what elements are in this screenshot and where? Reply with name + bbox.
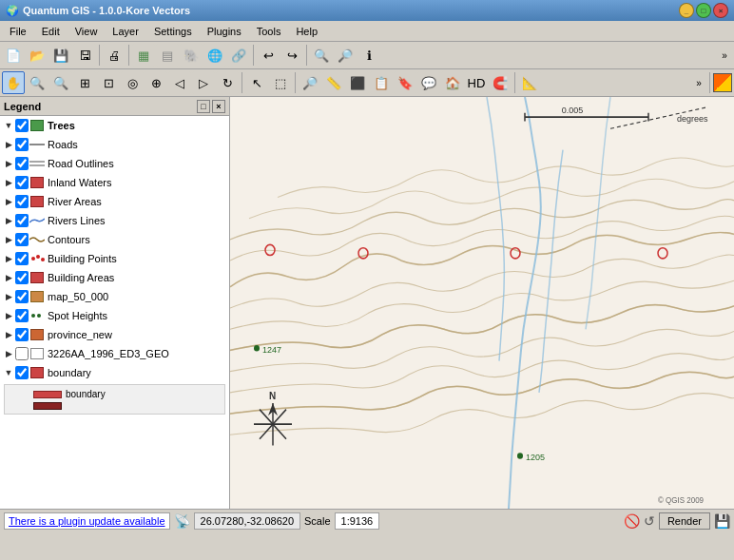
zoom-next-button[interactable]: ▷: [192, 71, 215, 94]
zoom-selection-button[interactable]: ◎: [121, 71, 144, 94]
roads-checkbox[interactable]: [15, 138, 29, 151]
zoom-in-button[interactable]: 🔍: [310, 44, 333, 67]
menu-layer[interactable]: Layer: [105, 24, 146, 39]
identify-feature-button[interactable]: 🔎: [299, 71, 321, 94]
contours-checkbox[interactable]: [15, 233, 29, 246]
menu-help[interactable]: Help: [288, 24, 325, 39]
expand-building-areas-icon[interactable]: ▶: [2, 271, 15, 284]
expand-river-areas-icon[interactable]: ▶: [2, 195, 15, 208]
maximize-button[interactable]: □: [696, 3, 711, 18]
color-picker[interactable]: [713, 73, 732, 92]
expand-ed3geo-icon[interactable]: ▶: [2, 347, 15, 360]
osm-button[interactable]: 🏠: [441, 71, 464, 94]
zoom-layer-button[interactable]: ⊡: [97, 71, 120, 94]
menu-plugins[interactable]: Plugins: [200, 24, 249, 39]
expand-spot-heights-icon[interactable]: ▶: [2, 309, 15, 322]
save-project-button[interactable]: 💾: [49, 44, 72, 67]
close-button[interactable]: ×: [713, 3, 728, 18]
list-item[interactable]: ▶ Building Points: [0, 249, 229, 268]
minimize-button[interactable]: _: [679, 3, 694, 18]
trees-checkbox[interactable]: [15, 119, 29, 132]
expand-map50000-icon[interactable]: ▶: [2, 290, 15, 303]
list-item[interactable]: ▶ Road Outlines: [0, 154, 229, 173]
toolbar2-overflow[interactable]: »: [691, 71, 706, 94]
measure-button[interactable]: 📏: [322, 71, 345, 94]
zoom-prev-button[interactable]: ◁: [168, 71, 191, 94]
expand-boundary-icon[interactable]: ▼: [2, 366, 15, 379]
list-item[interactable]: ▼ Trees: [0, 116, 229, 135]
legend-restore-button[interactable]: □: [197, 100, 210, 113]
legend-close-button[interactable]: ×: [212, 100, 225, 113]
boundary-checkbox[interactable]: [15, 366, 29, 379]
rotation-icon[interactable]: ↺: [644, 513, 655, 529]
add-postgis-button[interactable]: 🐘: [180, 44, 203, 67]
add-wms-button[interactable]: 🌐: [203, 44, 226, 67]
list-item[interactable]: ▶ 3226AA_1996_ED3_GEO: [0, 344, 229, 363]
stop-render-icon[interactable]: 🚫: [624, 513, 640, 529]
snapping-button[interactable]: 🧲: [489, 71, 512, 94]
building-points-checkbox[interactable]: [15, 252, 29, 265]
select-rect-button[interactable]: ⬚: [269, 71, 292, 94]
menu-edit[interactable]: Edit: [34, 24, 68, 39]
bookmarks-button[interactable]: 🔖: [394, 71, 416, 94]
menu-file[interactable]: File: [2, 24, 34, 39]
inland-waters-checkbox[interactable]: [15, 176, 29, 189]
new-project-button[interactable]: 📄: [2, 44, 25, 67]
list-item[interactable]: ▶ Inland Waters: [0, 173, 229, 192]
expand-contours-icon[interactable]: ▶: [2, 233, 15, 246]
expand-province-new-icon[interactable]: ▶: [2, 328, 15, 341]
pan-selection-button[interactable]: ⊕: [145, 71, 167, 94]
list-item[interactable]: ▶ River Areas: [0, 192, 229, 211]
list-item[interactable]: ▶ Roads: [0, 135, 229, 154]
refresh-button[interactable]: ↻: [216, 71, 239, 94]
rivers-lines-checkbox[interactable]: [15, 214, 29, 227]
menu-settings[interactable]: Settings: [146, 24, 200, 39]
add-wfs-button[interactable]: 🔗: [227, 44, 250, 67]
list-item[interactable]: ▶ Spot Heights: [0, 306, 229, 325]
zoom-in-tool-button[interactable]: 🔍: [26, 71, 48, 94]
undo-button[interactable]: ↩: [257, 44, 280, 67]
scale-value[interactable]: 1:9136: [335, 512, 380, 530]
save-extent-icon[interactable]: 💾: [714, 513, 730, 529]
open-project-button[interactable]: 📂: [26, 44, 48, 67]
list-item[interactable]: ▶ Contours: [0, 230, 229, 249]
spot-heights-checkbox[interactable]: [15, 309, 29, 322]
building-areas-checkbox[interactable]: [15, 271, 29, 284]
measure-tool-button[interactable]: 📐: [518, 71, 541, 94]
expand-roads-icon[interactable]: ▶: [2, 138, 15, 151]
expand-rivers-lines-icon[interactable]: ▶: [2, 214, 15, 227]
list-item[interactable]: ▶ Rivers Lines: [0, 211, 229, 230]
add-vector-layer-button[interactable]: ▦: [132, 44, 155, 67]
identify-button[interactable]: ℹ: [357, 44, 380, 67]
plugin-update-link[interactable]: There is a plugin update available: [4, 512, 170, 530]
print-button[interactable]: 🖨: [103, 44, 126, 67]
attribute-table-button[interactable]: 📋: [370, 71, 393, 94]
expand-inland-waters-icon[interactable]: ▶: [2, 176, 15, 189]
list-item[interactable]: ▶ province_new: [0, 325, 229, 344]
province-new-checkbox[interactable]: [15, 328, 29, 341]
map-tips-button[interactable]: 💬: [417, 71, 440, 94]
expand-road-outlines-icon[interactable]: ▶: [2, 157, 15, 170]
river-areas-checkbox[interactable]: [15, 195, 29, 208]
expand-building-points-icon[interactable]: ▶: [2, 252, 15, 265]
ed3geo-checkbox[interactable]: [15, 347, 29, 360]
menu-view[interactable]: View: [68, 24, 106, 39]
expand-trees-icon[interactable]: ▼: [2, 119, 15, 132]
map-area[interactable]: 1247 1205 N 0.005: [230, 97, 734, 509]
road-outlines-checkbox[interactable]: [15, 157, 29, 170]
add-raster-layer-button[interactable]: ▤: [156, 44, 179, 67]
zoom-out-button[interactable]: 🔎: [334, 44, 357, 67]
menu-tools[interactable]: Tools: [249, 24, 289, 39]
zoom-out-tool-button[interactable]: 🔍: [49, 71, 72, 94]
gps-icon[interactable]: 📡: [174, 513, 190, 529]
redo-button[interactable]: ↪: [280, 44, 303, 67]
map50000-checkbox[interactable]: [15, 290, 29, 303]
list-item[interactable]: ▶ Building Areas: [0, 268, 229, 287]
zoom-full-button[interactable]: ⊞: [73, 71, 96, 94]
select-tool-button[interactable]: ↖: [245, 71, 268, 94]
list-item[interactable]: ▼ boundary: [0, 363, 229, 382]
measure-area-button[interactable]: ⬛: [346, 71, 369, 94]
list-item[interactable]: ▶ map_50_000: [0, 287, 229, 306]
save-as-button[interactable]: 🖫: [73, 44, 96, 67]
toolbar1-overflow[interactable]: »: [717, 44, 732, 67]
